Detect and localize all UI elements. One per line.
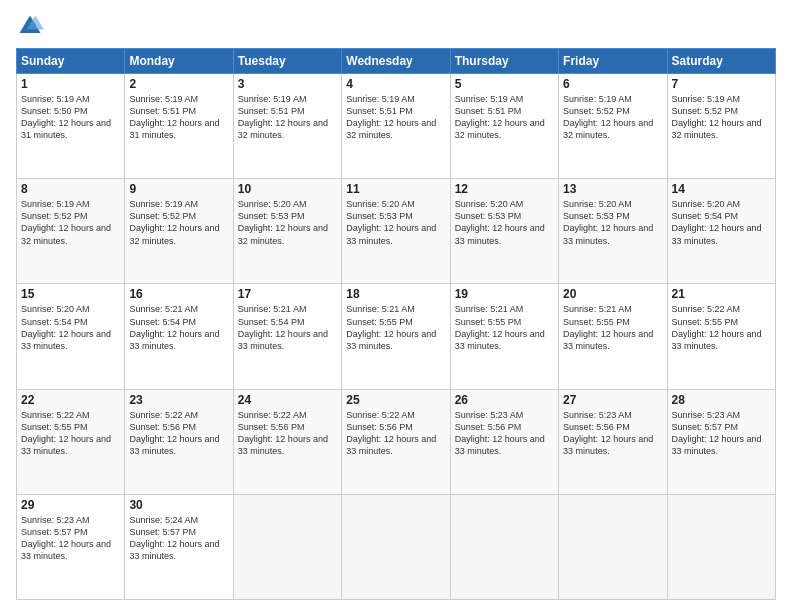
day-info: Sunrise: 5:23 AM Sunset: 5:57 PM Dayligh… <box>672 409 771 458</box>
day-number: 17 <box>238 287 337 301</box>
day-info: Sunrise: 5:21 AM Sunset: 5:55 PM Dayligh… <box>563 303 662 352</box>
calendar-cell: 10 Sunrise: 5:20 AM Sunset: 5:53 PM Dayl… <box>233 179 341 284</box>
calendar-cell: 5 Sunrise: 5:19 AM Sunset: 5:51 PM Dayli… <box>450 74 558 179</box>
day-info: Sunrise: 5:19 AM Sunset: 5:52 PM Dayligh… <box>563 93 662 142</box>
day-info: Sunrise: 5:19 AM Sunset: 5:52 PM Dayligh… <box>21 198 120 247</box>
day-number: 22 <box>21 393 120 407</box>
day-number: 30 <box>129 498 228 512</box>
calendar-cell <box>559 494 667 599</box>
header <box>16 12 776 40</box>
page: SundayMondayTuesdayWednesdayThursdayFrid… <box>0 0 792 612</box>
calendar-week-row: 22 Sunrise: 5:22 AM Sunset: 5:55 PM Dayl… <box>17 389 776 494</box>
day-header-tuesday: Tuesday <box>233 49 341 74</box>
logo <box>16 12 48 40</box>
day-header-wednesday: Wednesday <box>342 49 450 74</box>
day-number: 11 <box>346 182 445 196</box>
day-info: Sunrise: 5:19 AM Sunset: 5:51 PM Dayligh… <box>238 93 337 142</box>
calendar-cell: 13 Sunrise: 5:20 AM Sunset: 5:53 PM Dayl… <box>559 179 667 284</box>
day-number: 28 <box>672 393 771 407</box>
day-info: Sunrise: 5:19 AM Sunset: 5:52 PM Dayligh… <box>672 93 771 142</box>
day-number: 9 <box>129 182 228 196</box>
day-info: Sunrise: 5:21 AM Sunset: 5:54 PM Dayligh… <box>129 303 228 352</box>
day-info: Sunrise: 5:24 AM Sunset: 5:57 PM Dayligh… <box>129 514 228 563</box>
calendar-header-row: SundayMondayTuesdayWednesdayThursdayFrid… <box>17 49 776 74</box>
day-number: 27 <box>563 393 662 407</box>
day-info: Sunrise: 5:23 AM Sunset: 5:57 PM Dayligh… <box>21 514 120 563</box>
day-info: Sunrise: 5:19 AM Sunset: 5:51 PM Dayligh… <box>346 93 445 142</box>
day-header-sunday: Sunday <box>17 49 125 74</box>
calendar-cell: 15 Sunrise: 5:20 AM Sunset: 5:54 PM Dayl… <box>17 284 125 389</box>
day-number: 14 <box>672 182 771 196</box>
day-info: Sunrise: 5:19 AM Sunset: 5:52 PM Dayligh… <box>129 198 228 247</box>
calendar-cell: 4 Sunrise: 5:19 AM Sunset: 5:51 PM Dayli… <box>342 74 450 179</box>
day-number: 13 <box>563 182 662 196</box>
day-number: 21 <box>672 287 771 301</box>
day-info: Sunrise: 5:20 AM Sunset: 5:53 PM Dayligh… <box>238 198 337 247</box>
calendar-cell: 7 Sunrise: 5:19 AM Sunset: 5:52 PM Dayli… <box>667 74 775 179</box>
day-info: Sunrise: 5:20 AM Sunset: 5:54 PM Dayligh… <box>672 198 771 247</box>
calendar-cell: 26 Sunrise: 5:23 AM Sunset: 5:56 PM Dayl… <box>450 389 558 494</box>
calendar-cell: 30 Sunrise: 5:24 AM Sunset: 5:57 PM Dayl… <box>125 494 233 599</box>
calendar-cell: 19 Sunrise: 5:21 AM Sunset: 5:55 PM Dayl… <box>450 284 558 389</box>
day-number: 26 <box>455 393 554 407</box>
calendar-cell <box>667 494 775 599</box>
calendar-week-row: 8 Sunrise: 5:19 AM Sunset: 5:52 PM Dayli… <box>17 179 776 284</box>
day-header-thursday: Thursday <box>450 49 558 74</box>
calendar-cell: 12 Sunrise: 5:20 AM Sunset: 5:53 PM Dayl… <box>450 179 558 284</box>
calendar-cell: 24 Sunrise: 5:22 AM Sunset: 5:56 PM Dayl… <box>233 389 341 494</box>
calendar-week-row: 1 Sunrise: 5:19 AM Sunset: 5:50 PM Dayli… <box>17 74 776 179</box>
day-number: 8 <box>21 182 120 196</box>
calendar-cell: 16 Sunrise: 5:21 AM Sunset: 5:54 PM Dayl… <box>125 284 233 389</box>
calendar-table: SundayMondayTuesdayWednesdayThursdayFrid… <box>16 48 776 600</box>
calendar-cell: 1 Sunrise: 5:19 AM Sunset: 5:50 PM Dayli… <box>17 74 125 179</box>
day-info: Sunrise: 5:19 AM Sunset: 5:51 PM Dayligh… <box>129 93 228 142</box>
day-number: 19 <box>455 287 554 301</box>
day-info: Sunrise: 5:22 AM Sunset: 5:56 PM Dayligh… <box>129 409 228 458</box>
day-number: 20 <box>563 287 662 301</box>
day-info: Sunrise: 5:21 AM Sunset: 5:54 PM Dayligh… <box>238 303 337 352</box>
day-header-monday: Monday <box>125 49 233 74</box>
calendar-week-row: 15 Sunrise: 5:20 AM Sunset: 5:54 PM Dayl… <box>17 284 776 389</box>
day-number: 15 <box>21 287 120 301</box>
day-info: Sunrise: 5:21 AM Sunset: 5:55 PM Dayligh… <box>455 303 554 352</box>
calendar-cell: 18 Sunrise: 5:21 AM Sunset: 5:55 PM Dayl… <box>342 284 450 389</box>
day-number: 6 <box>563 77 662 91</box>
day-number: 18 <box>346 287 445 301</box>
day-number: 29 <box>21 498 120 512</box>
day-number: 25 <box>346 393 445 407</box>
day-number: 7 <box>672 77 771 91</box>
calendar-cell: 29 Sunrise: 5:23 AM Sunset: 5:57 PM Dayl… <box>17 494 125 599</box>
calendar-cell: 17 Sunrise: 5:21 AM Sunset: 5:54 PM Dayl… <box>233 284 341 389</box>
day-info: Sunrise: 5:20 AM Sunset: 5:53 PM Dayligh… <box>563 198 662 247</box>
day-info: Sunrise: 5:22 AM Sunset: 5:56 PM Dayligh… <box>346 409 445 458</box>
calendar-cell: 20 Sunrise: 5:21 AM Sunset: 5:55 PM Dayl… <box>559 284 667 389</box>
day-number: 16 <box>129 287 228 301</box>
calendar-cell <box>233 494 341 599</box>
calendar-cell: 23 Sunrise: 5:22 AM Sunset: 5:56 PM Dayl… <box>125 389 233 494</box>
day-number: 5 <box>455 77 554 91</box>
day-info: Sunrise: 5:20 AM Sunset: 5:53 PM Dayligh… <box>346 198 445 247</box>
calendar-cell <box>450 494 558 599</box>
calendar-cell: 6 Sunrise: 5:19 AM Sunset: 5:52 PM Dayli… <box>559 74 667 179</box>
calendar-cell: 28 Sunrise: 5:23 AM Sunset: 5:57 PM Dayl… <box>667 389 775 494</box>
day-info: Sunrise: 5:21 AM Sunset: 5:55 PM Dayligh… <box>346 303 445 352</box>
calendar-cell: 9 Sunrise: 5:19 AM Sunset: 5:52 PM Dayli… <box>125 179 233 284</box>
calendar-cell: 21 Sunrise: 5:22 AM Sunset: 5:55 PM Dayl… <box>667 284 775 389</box>
day-number: 3 <box>238 77 337 91</box>
calendar-cell: 2 Sunrise: 5:19 AM Sunset: 5:51 PM Dayli… <box>125 74 233 179</box>
day-info: Sunrise: 5:22 AM Sunset: 5:55 PM Dayligh… <box>672 303 771 352</box>
day-number: 12 <box>455 182 554 196</box>
day-info: Sunrise: 5:22 AM Sunset: 5:55 PM Dayligh… <box>21 409 120 458</box>
logo-icon <box>16 12 44 40</box>
calendar-cell <box>342 494 450 599</box>
day-info: Sunrise: 5:19 AM Sunset: 5:51 PM Dayligh… <box>455 93 554 142</box>
calendar-cell: 27 Sunrise: 5:23 AM Sunset: 5:56 PM Dayl… <box>559 389 667 494</box>
day-header-friday: Friday <box>559 49 667 74</box>
day-number: 2 <box>129 77 228 91</box>
day-info: Sunrise: 5:22 AM Sunset: 5:56 PM Dayligh… <box>238 409 337 458</box>
day-info: Sunrise: 5:20 AM Sunset: 5:54 PM Dayligh… <box>21 303 120 352</box>
day-number: 23 <box>129 393 228 407</box>
calendar-cell: 3 Sunrise: 5:19 AM Sunset: 5:51 PM Dayli… <box>233 74 341 179</box>
day-number: 24 <box>238 393 337 407</box>
day-info: Sunrise: 5:23 AM Sunset: 5:56 PM Dayligh… <box>563 409 662 458</box>
